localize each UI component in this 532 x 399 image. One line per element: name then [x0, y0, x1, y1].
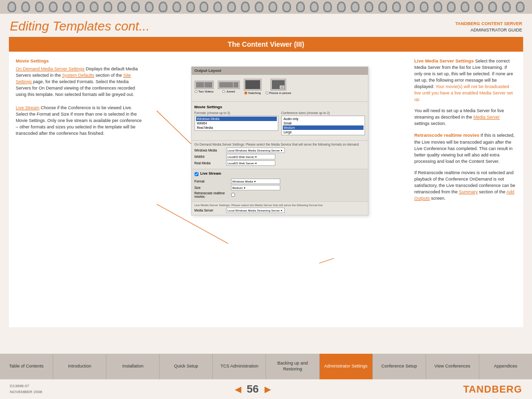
spiral-ring — [159, 1, 167, 12]
formats-col: Formats (choose up to 3) Windows Media W… — [195, 111, 278, 135]
spiral-ring — [90, 1, 99, 12]
spiral-ring — [516, 1, 525, 12]
format-row: Formats (choose up to 3) Windows Media W… — [195, 111, 365, 135]
server-row-1: Windows Media Local Windows Media Stream… — [195, 148, 365, 153]
nav-administrator-settings[interactable]: Administrator Settings — [320, 354, 373, 379]
spiral-ring — [227, 1, 236, 12]
retranscode-title: Retranscode realtime movies — [414, 132, 479, 138]
spiral-ring — [502, 1, 511, 12]
retranscode-text2-section: If Retranscode realtime movies is not se… — [414, 170, 516, 202]
formats-list[interactable]: Windows Media WM/64 Real Media — [195, 116, 278, 131]
spiral-ring — [63, 1, 71, 12]
output-layout: Two Videos Joined — [192, 75, 368, 101]
spiral-ring — [337, 1, 346, 12]
layout-pip[interactable]: Picture in picture — [266, 79, 292, 94]
spiral-ring — [49, 1, 58, 12]
spiral-ring — [323, 1, 332, 12]
movie-settings-section: Movie Settings On Demand Media Server Se… — [16, 58, 145, 98]
bottom-navigation: Table of Contents Introduction Installat… — [0, 354, 532, 379]
spiral-ring — [186, 1, 195, 12]
svg-line-3 — [319, 258, 334, 263]
live-stream-section: Live Stream Choose if the Conference is … — [16, 105, 145, 137]
spiral-ring — [420, 1, 429, 12]
movie-settings: Movie Settings Formats (choose up to 3) … — [192, 101, 368, 140]
spiral-ring — [351, 1, 360, 12]
page-footer: D13898.07 NOVEMBER 2008 ◀ 56 ▶ TANDBERG — [0, 379, 532, 399]
spiral-ring — [21, 1, 30, 12]
spiral-ring — [172, 1, 181, 12]
spiral-ring — [7, 1, 16, 12]
page-title: Editing Templates cont... — [10, 19, 150, 34]
spiral-ring — [200, 1, 208, 12]
live-media-text-section: You will need to set up a Media Server f… — [414, 108, 516, 127]
live-media-title: Live Media Server Settings — [414, 58, 474, 63]
layout-two-videos[interactable]: Two Videos — [195, 81, 214, 93]
server-row-3: Real Media LocalIIS Web Server ▾ — [195, 160, 365, 166]
brand-name: TANDBERG CONTENT SERVER — [455, 21, 522, 27]
retranscode-checkbox[interactable] — [231, 193, 235, 197]
ls-retranscode-row: Retranscode realtime movies: — [195, 191, 365, 198]
ls-format-dropdown[interactable]: Windows Media ▾ — [231, 179, 280, 184]
sizes-list[interactable]: Audio only Small Medium Large — [281, 116, 365, 135]
spiral-ring — [76, 1, 85, 12]
livestream-checkbox[interactable] — [195, 172, 199, 176]
page-header: Editing Templates cont... TANDBERG CONTE… — [0, 14, 532, 37]
spiral-ring — [117, 1, 126, 12]
movie-settings-label: Movie Settings — [195, 105, 365, 109]
nav-appendices[interactable]: Appendices — [479, 354, 532, 379]
layout-switching[interactable]: Switching — [244, 79, 262, 94]
live-media-server: Live Media Server Settings: Please selec… — [192, 201, 368, 215]
server-row-2: WM/64 LocalIIS Web Server ▾ — [195, 154, 365, 159]
left-panel: Movie Settings On Demand Media Server Se… — [9, 52, 152, 327]
page-navigation: ◀ 56 ▶ — [235, 383, 270, 396]
nav-installation[interactable]: Installation — [106, 354, 160, 379]
server-dropdown-2[interactable]: LocalIIS Web Server ▾ — [226, 154, 275, 159]
system-defaults-link[interactable]: System Defaults — [62, 73, 95, 78]
nav-view-conferences[interactable]: View Conferences — [426, 354, 479, 379]
live-stream-link[interactable]: Live Stream — [16, 105, 39, 110]
page-number: 56 — [247, 383, 259, 396]
spiral-ring — [433, 1, 442, 12]
ls-size-row: Size Medium ▾ — [195, 185, 365, 190]
spiral-ring — [447, 1, 456, 12]
spiral-ring — [365, 1, 373, 12]
layout-joined[interactable]: Joined — [218, 81, 240, 93]
server-dropdown-3[interactable]: LocalIIS Web Server ▾ — [226, 160, 275, 166]
screenshot: Output Layout Two Videos — [191, 66, 368, 215]
output-layout-title: Output Layout — [192, 67, 368, 75]
live-media-settings-section: Live Media Server Settings Select the co… — [414, 58, 516, 103]
spiral-ring — [35, 1, 44, 12]
spiral-ring — [255, 1, 264, 12]
nav-quick-setup[interactable]: Quick Setup — [160, 354, 213, 379]
right-panel: Live Media Server Settings Select the co… — [407, 52, 523, 327]
next-page-button[interactable]: ▶ — [265, 385, 270, 394]
lm-row: Media Server Local Windows Media Streami… — [195, 208, 365, 213]
main-content: Movie Settings On Demand Media Server Se… — [9, 52, 523, 327]
section-banner: The Content Viewer (III) — [9, 37, 523, 52]
doc-info: D13898.07 NOVEMBER 2008 — [10, 383, 42, 395]
spiral-ring — [488, 1, 497, 12]
media-server-link[interactable]: Media Server — [473, 115, 500, 120]
server-dropdown-1[interactable]: Local Windows Media Streaming Server ▾ — [226, 148, 285, 153]
spiral-ring — [213, 1, 222, 12]
center-panel: Output Layout Two Videos — [152, 52, 407, 327]
nav-tcs-administration[interactable]: TCS Administration — [213, 354, 266, 379]
retranscode-section: Retranscode realtime movies If this is s… — [414, 132, 516, 164]
summary-link[interactable]: Summary — [459, 189, 478, 194]
movie-settings-title: Movie Settings — [16, 58, 145, 64]
nav-table-of-contents[interactable]: Table of Contents — [0, 354, 53, 379]
prev-page-button[interactable]: ◀ — [235, 385, 241, 394]
spiral-ring — [282, 1, 291, 12]
live-stream-settings: Live Stream Format Windows Media ▾ Size … — [192, 169, 368, 201]
nav-conference-setup[interactable]: Conference Setup — [373, 354, 426, 379]
spiral-ring — [406, 1, 415, 12]
lm-dropdown[interactable]: Local Windows Media Streaming Server ▾ — [226, 208, 285, 213]
spiral-ring — [103, 1, 112, 12]
on-demand-link[interactable]: On Demand Media Server Settings — [16, 66, 85, 71]
spiral-ring — [392, 1, 401, 12]
nav-backing-up-restoring[interactable]: Backing up and Restoring — [266, 354, 319, 379]
spiral-ring — [241, 1, 250, 12]
ls-size-dropdown[interactable]: Medium ▾ — [231, 185, 280, 190]
nav-introduction[interactable]: Introduction — [53, 354, 106, 379]
spiral-ring — [145, 1, 154, 12]
